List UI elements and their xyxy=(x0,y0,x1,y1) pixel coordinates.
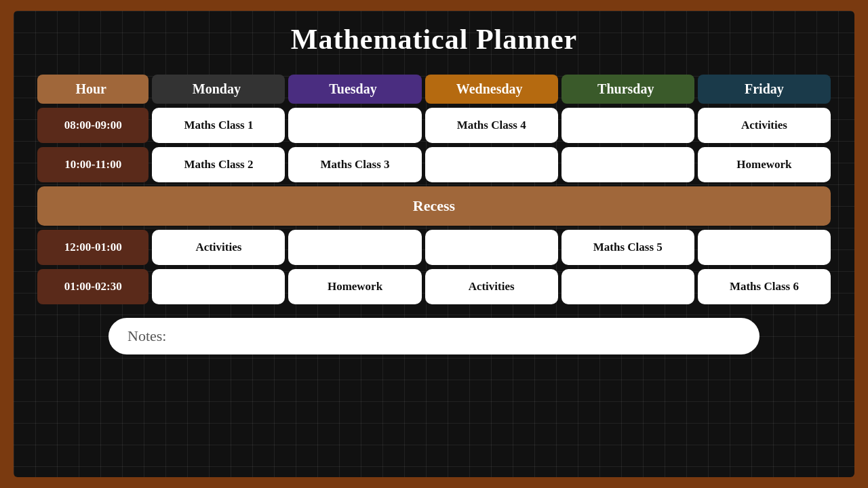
cell-friday-0[interactable]: Activities xyxy=(698,108,831,143)
cell-thursday-4[interactable] xyxy=(561,269,694,304)
col-header-hour: Hour xyxy=(37,75,149,104)
recess-row: Recess xyxy=(37,186,831,226)
cell-wednesday-3[interactable] xyxy=(425,230,558,265)
time-cell-4: 01:00-02:30 xyxy=(37,269,149,304)
time-cell-0: 08:00-09:00 xyxy=(37,108,149,143)
cell-friday-4[interactable]: Maths Class 6 xyxy=(698,269,831,304)
cell-monday-4[interactable] xyxy=(152,269,285,304)
cell-monday-1[interactable]: Maths Class 2 xyxy=(152,147,285,182)
col-header-friday: Friday xyxy=(698,75,831,104)
cell-wednesday-0[interactable]: Maths Class 4 xyxy=(425,108,558,143)
cell-tuesday-3[interactable] xyxy=(288,230,421,265)
cell-wednesday-4[interactable]: Activities xyxy=(425,269,558,304)
cell-monday-3[interactable]: Activities xyxy=(152,230,285,265)
planner-table: Hour Monday Tuesday Wednesday Thursday F… xyxy=(34,70,834,308)
notes-label: Notes: xyxy=(127,327,166,344)
cell-thursday-0[interactable] xyxy=(561,108,694,143)
time-cell-3: 12:00-01:00 xyxy=(37,230,149,265)
cell-tuesday-4[interactable]: Homework xyxy=(288,269,421,304)
page-title: Mathematical Planner xyxy=(291,23,577,56)
cell-friday-3[interactable] xyxy=(698,230,831,265)
cell-tuesday-0[interactable] xyxy=(288,108,421,143)
cell-monday-0[interactable]: Maths Class 1 xyxy=(152,108,285,143)
col-header-tuesday: Tuesday xyxy=(288,75,421,104)
notes-bar[interactable]: Notes: xyxy=(108,318,760,354)
cell-thursday-3[interactable]: Maths Class 5 xyxy=(561,230,694,265)
main-container: Mathematical Planner Hour Monday Tuesday… xyxy=(14,11,854,477)
col-header-thursday: Thursday xyxy=(561,75,694,104)
cell-tuesday-1[interactable]: Maths Class 3 xyxy=(288,147,421,182)
cell-thursday-1[interactable] xyxy=(561,147,694,182)
cell-friday-1[interactable]: Homework xyxy=(698,147,831,182)
time-cell-1: 10:00-11:00 xyxy=(37,147,149,182)
cell-wednesday-1[interactable] xyxy=(425,147,558,182)
col-header-monday: Monday xyxy=(152,75,285,104)
col-header-wednesday: Wednesday xyxy=(425,75,558,104)
